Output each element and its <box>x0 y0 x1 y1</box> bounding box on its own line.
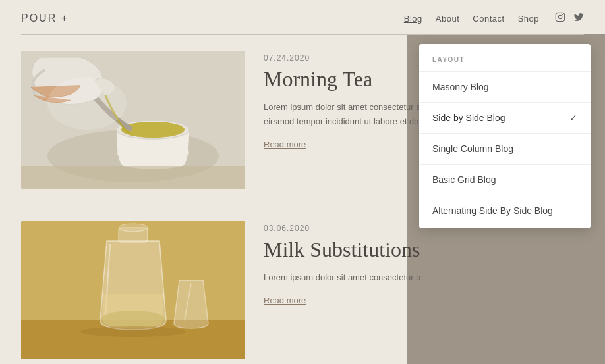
svg-point-11 <box>47 77 127 130</box>
instagram-icon[interactable] <box>555 12 565 25</box>
layout-label-side-by-side: Side by Side Blog <box>432 113 505 123</box>
main-content: 07.24.2020 Morning Tea Lorem ipsum dolor… <box>0 35 605 364</box>
milk-scene-svg <box>21 221 245 359</box>
tea-scene-svg <box>21 51 245 189</box>
divider-3 <box>419 164 591 165</box>
main-nav: Blog About Contact Shop <box>404 12 584 25</box>
svg-point-16 <box>119 224 148 232</box>
layout-label-single-column: Single Column Blog <box>432 143 513 154</box>
dropdown-header: LAYOUT <box>419 49 591 68</box>
read-more-2[interactable]: Read more <box>264 296 505 305</box>
layout-label-alternating: Alternating Side By Side Blog <box>432 205 553 216</box>
svg-point-17 <box>100 311 166 329</box>
layout-label-masonry: Masonry Blog <box>432 82 489 92</box>
layout-dropdown[interactable]: LAYOUT Masonry Blog Side by Side Blog ✓ … <box>419 44 591 228</box>
post-title-2: Milk Substitutions <box>264 238 505 261</box>
blog-post-2: 03.06.2020 Milk Substitutions Lorem ipsu… <box>21 221 505 364</box>
svg-point-2 <box>562 14 563 15</box>
layout-option-masonry[interactable]: Masonry Blog <box>419 74 591 99</box>
post-excerpt-2: Lorem ipsum dolor sit amet consectetur a <box>264 271 505 285</box>
post-image-milk <box>21 221 245 359</box>
layout-option-single-column[interactable]: Single Column Blog <box>419 136 591 161</box>
layout-option-alternating[interactable]: Alternating Side By Side Blog <box>419 198 591 223</box>
sidebar-area: LAYOUT Masonry Blog Side by Side Blog ✓ … <box>505 51 584 364</box>
post-image-tea <box>21 51 245 189</box>
divider-4 <box>419 195 591 195</box>
selected-checkmark: ✓ <box>569 113 577 123</box>
svg-rect-10 <box>21 166 245 189</box>
site-header: POUR + Blog About Contact Shop <box>0 0 605 34</box>
nav-blog[interactable]: Blog <box>404 14 422 24</box>
social-icons <box>555 12 584 25</box>
divider-top <box>419 71 591 72</box>
post-content-2: 03.06.2020 Milk Substitutions Lorem ipsu… <box>264 221 505 359</box>
site-logo: POUR + <box>21 13 69 24</box>
divider-2 <box>419 133 591 134</box>
twitter-icon[interactable] <box>573 12 584 25</box>
svg-point-1 <box>558 15 562 18</box>
nav-shop[interactable]: Shop <box>518 14 539 24</box>
svg-point-18 <box>80 326 186 337</box>
nav-contact[interactable]: Contact <box>473 14 504 24</box>
layout-label-basic-grid: Basic Grid Blog <box>432 174 496 185</box>
svg-rect-0 <box>556 13 564 21</box>
nav-about[interactable]: About <box>436 14 459 24</box>
layout-option-basic-grid[interactable]: Basic Grid Blog <box>419 167 591 192</box>
divider-1 <box>419 102 591 103</box>
layout-option-side-by-side[interactable]: Side by Side Blog ✓ <box>419 105 591 130</box>
